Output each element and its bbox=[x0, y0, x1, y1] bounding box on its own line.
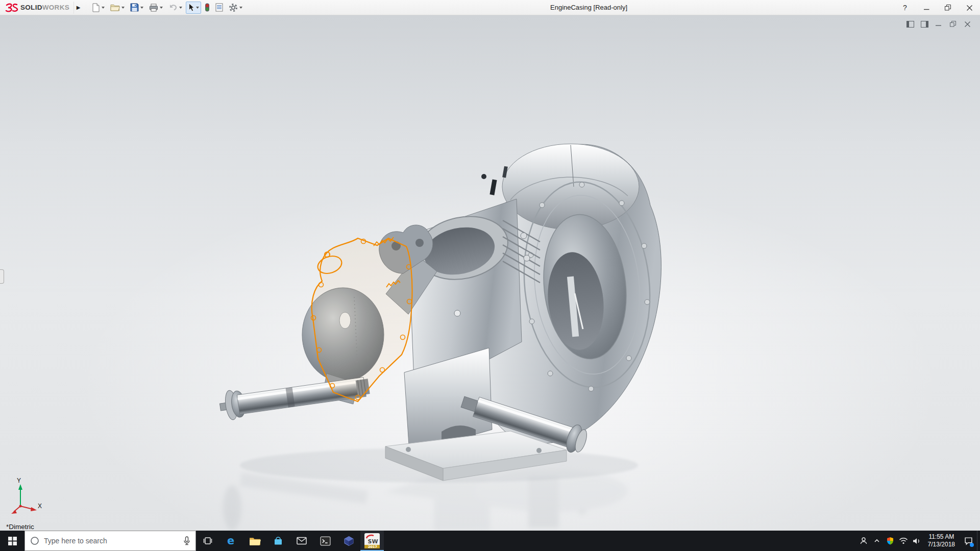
minimize-button[interactable] bbox=[916, 0, 937, 15]
titlebar: SOLIDWORKS ▶ bbox=[0, 0, 980, 15]
rebuild-button[interactable] bbox=[203, 2, 212, 14]
document-window-controls bbox=[905, 20, 972, 28]
doc-minimize-button[interactable] bbox=[934, 20, 943, 28]
new-document-icon bbox=[92, 3, 100, 12]
feature-pane-button[interactable] bbox=[905, 20, 915, 28]
dropdown-caret-icon bbox=[121, 7, 125, 9]
graphics-area[interactable]: Y X *Dimetric bbox=[0, 15, 980, 531]
solidworks-logo: SOLIDWORKS bbox=[0, 3, 74, 12]
notification-badge bbox=[970, 543, 974, 547]
rebuild-stoplight-icon bbox=[205, 3, 210, 12]
taskbar-search[interactable] bbox=[24, 531, 196, 551]
tray-network[interactable] bbox=[897, 531, 910, 551]
defender-shield-icon bbox=[886, 537, 894, 545]
taskbar-app-edge[interactable]: e bbox=[219, 531, 243, 551]
file-explorer-icon bbox=[249, 536, 261, 546]
task-view-button[interactable] bbox=[196, 531, 219, 551]
tray-defender[interactable] bbox=[884, 531, 897, 551]
file-properties-icon bbox=[215, 3, 223, 12]
maximize-restore-button[interactable] bbox=[937, 0, 959, 15]
printer-icon bbox=[149, 4, 158, 12]
options-button[interactable] bbox=[227, 2, 244, 14]
minimize-icon bbox=[924, 5, 929, 11]
gear-icon bbox=[229, 3, 238, 12]
microphone-icon[interactable] bbox=[183, 536, 190, 546]
brand-text: SOLIDWORKS bbox=[20, 4, 69, 11]
wifi-icon bbox=[899, 537, 908, 544]
taskbar-clock[interactable]: 11:55 AM 7/13/2018 bbox=[923, 533, 960, 548]
new-document-button[interactable] bbox=[90, 2, 107, 14]
action-center-button[interactable] bbox=[960, 531, 977, 551]
document-title: EngineCasing [Read-only] bbox=[550, 0, 627, 15]
dropdown-caret-icon bbox=[102, 7, 105, 9]
dropdown-caret-icon bbox=[179, 7, 182, 9]
doc-close-button[interactable] bbox=[963, 20, 972, 28]
taskbar-app-cad-viewer[interactable] bbox=[337, 531, 360, 551]
display-pane-button[interactable] bbox=[920, 20, 929, 28]
undo-button[interactable] bbox=[166, 2, 184, 14]
y-axis-arrow bbox=[18, 484, 22, 490]
select-button[interactable] bbox=[186, 2, 201, 14]
windows-taskbar: e bbox=[0, 531, 980, 551]
open-folder-icon bbox=[110, 4, 120, 12]
sw-label: SW bbox=[368, 538, 378, 545]
solidworks-window: SOLIDWORKS ▶ bbox=[0, 0, 980, 551]
dropdown-caret-icon bbox=[140, 7, 143, 9]
windows-start-icon bbox=[8, 537, 17, 545]
pane-left-icon bbox=[906, 21, 914, 28]
print-button[interactable] bbox=[147, 2, 165, 14]
minimize-icon bbox=[936, 21, 942, 27]
taskbar-app-command-prompt[interactable] bbox=[313, 531, 337, 551]
open-button[interactable] bbox=[108, 2, 127, 14]
chevron-up-icon bbox=[873, 537, 880, 544]
close-icon bbox=[965, 21, 970, 27]
restore-icon bbox=[945, 5, 951, 11]
tray-volume[interactable] bbox=[910, 531, 923, 551]
dropdown-caret-icon bbox=[239, 7, 242, 9]
clock-time: 11:55 AM bbox=[928, 533, 954, 541]
search-input[interactable] bbox=[44, 537, 179, 545]
save-button[interactable] bbox=[128, 2, 145, 14]
save-floppy-icon bbox=[130, 3, 139, 12]
file-properties-button[interactable] bbox=[213, 2, 225, 14]
cube-app-icon bbox=[344, 536, 354, 546]
main-toolbar bbox=[90, 2, 244, 14]
sw-year-label: 2017 bbox=[368, 545, 377, 548]
edge-icon: e bbox=[225, 535, 237, 547]
store-bag-icon bbox=[273, 536, 283, 546]
close-button[interactable] bbox=[959, 0, 980, 15]
clock-date: 7/13/2018 bbox=[928, 541, 955, 548]
taskbar-app-store[interactable] bbox=[266, 531, 290, 551]
show-desktop-button[interactable] bbox=[977, 531, 980, 551]
dropdown-caret-icon bbox=[160, 7, 163, 9]
person-icon bbox=[860, 537, 868, 545]
dropdown-caret-icon bbox=[196, 7, 199, 9]
selected-sketch[interactable] bbox=[311, 237, 412, 402]
pane-right-icon bbox=[921, 21, 928, 28]
floor-reflection bbox=[223, 469, 628, 531]
speaker-icon bbox=[912, 537, 921, 545]
solidworks-2017-icon: SW 2017 bbox=[364, 533, 380, 548]
help-button[interactable]: ? bbox=[894, 0, 916, 15]
feature-manager-collapsed-handle[interactable] bbox=[0, 269, 4, 284]
x-axis-label: X bbox=[38, 503, 42, 510]
engine-casing-model[interactable] bbox=[0, 15, 980, 531]
doc-restore-button[interactable] bbox=[948, 20, 958, 28]
tray-contacts[interactable] bbox=[857, 531, 870, 551]
cortana-circle-icon bbox=[30, 536, 39, 545]
dowel-pin bbox=[489, 180, 497, 195]
tray-hidden-icons[interactable] bbox=[870, 531, 884, 551]
start-button[interactable] bbox=[0, 531, 24, 551]
taskbar-app-file-explorer[interactable] bbox=[243, 531, 266, 551]
task-view-icon bbox=[203, 536, 213, 546]
orientation-triad: Y X bbox=[2, 477, 45, 519]
command-prompt-icon bbox=[320, 536, 331, 546]
menu-flyout-arrow[interactable]: ▶ bbox=[74, 2, 83, 14]
z-axis-arrow bbox=[11, 510, 17, 514]
undo-arrow-icon bbox=[168, 4, 178, 11]
taskbar-app-solidworks[interactable]: SW 2017 bbox=[360, 531, 384, 551]
restore-icon bbox=[950, 21, 956, 27]
window-controls: ? bbox=[894, 0, 980, 15]
taskbar-app-mail[interactable] bbox=[290, 531, 313, 551]
svg-text:e: e bbox=[227, 535, 234, 547]
